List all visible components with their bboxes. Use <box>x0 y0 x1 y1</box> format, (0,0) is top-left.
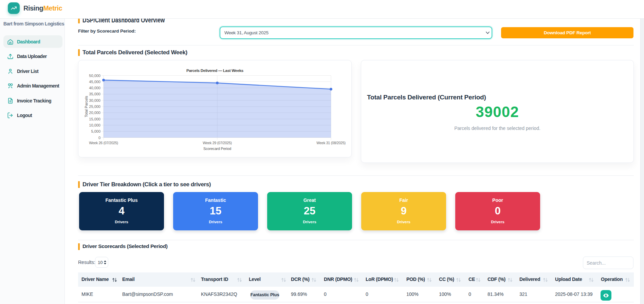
svg-text:Parcels Delivered — Last Weeks: Parcels Delivered — Last Weeks <box>186 69 243 73</box>
svg-text:Total Parcels: Total Parcels <box>84 96 88 117</box>
svg-text:Week 26 (07/2025): Week 26 (07/2025) <box>89 141 118 145</box>
svg-text:Week 31 (08/2025): Week 31 (08/2025) <box>316 141 346 145</box>
svg-text:30,000: 30,000 <box>89 98 100 102</box>
svg-text:Week 29 (07/2025): Week 29 (07/2025) <box>203 141 232 145</box>
svg-text:5,000: 5,000 <box>91 129 100 133</box>
svg-text:Scorecard Period: Scorecard Period <box>203 147 231 151</box>
svg-text:35,000: 35,000 <box>89 92 100 96</box>
svg-text:0: 0 <box>98 136 100 140</box>
svg-text:10,000: 10,000 <box>89 123 100 127</box>
svg-text:20,000: 20,000 <box>89 111 100 115</box>
svg-text:50,000: 50,000 <box>89 74 100 78</box>
svg-text:15,000: 15,000 <box>89 117 100 121</box>
svg-text:40,000: 40,000 <box>89 86 100 90</box>
svg-text:25,000: 25,000 <box>89 104 100 109</box>
svg-text:45,000: 45,000 <box>89 80 100 84</box>
